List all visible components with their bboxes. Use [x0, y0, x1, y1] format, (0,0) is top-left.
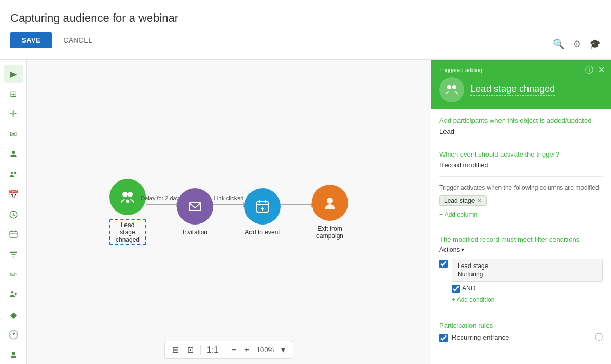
section2-value: Record modified: [439, 161, 603, 169]
svg-rect-4: [10, 231, 17, 237]
toolbar-separator-1: [200, 345, 201, 355]
exit-circle: [312, 185, 348, 221]
svg-point-26: [452, 85, 456, 89]
condition-box[interactable]: Lead stage = Nurturing: [452, 259, 603, 282]
page-title: Capturing audience for a webinar: [10, 11, 601, 25]
workflow-node-exit[interactable]: Exit from campaign: [312, 185, 348, 240]
and-row: AND: [452, 284, 603, 293]
connector-1-line: [146, 204, 177, 205]
canvas-toolbar: ⊟ ⊡ 1:1 − + 100% ▾: [164, 341, 293, 359]
svg-point-13: [12, 352, 15, 355]
left-sidebar: ▶ ⊞ ✛ ✉ 📅 ✏ ◆ 🕐: [0, 60, 27, 364]
actions-label: Actions: [439, 246, 460, 254]
lead-stage-tag-label: Lead stage: [444, 197, 475, 204]
panel-header-info-icon[interactable]: ⓘ: [585, 65, 593, 76]
sidebar-item-contact[interactable]: [4, 145, 23, 163]
sidebar-item-campaign[interactable]: [4, 205, 23, 223]
connector-3-line: [281, 204, 312, 205]
tag-remove-icon[interactable]: ✕: [477, 197, 482, 204]
toolbar-separator-2: [225, 345, 225, 355]
workflow-node-trigger[interactable]: Lead stage chnaged: [109, 179, 146, 245]
sidebar-item-users[interactable]: [4, 286, 23, 304]
actions-dropdown[interactable]: Actions ▾: [439, 246, 464, 254]
sidebar-item-move[interactable]: ✛: [4, 105, 23, 123]
sidebar-item-cursor[interactable]: ▶: [4, 65, 23, 83]
participation-row: Recurring entrance ⓘ: [439, 332, 603, 342]
section1-value: Lead: [439, 128, 603, 135]
add-condition-button[interactable]: + Add condition: [452, 296, 603, 303]
condition-checkbox[interactable]: [439, 260, 448, 268]
split-view-button[interactable]: ⊟: [169, 343, 182, 356]
sidebar-item-email[interactable]: ✉: [4, 125, 23, 143]
panel-body: Add participants when this object is add…: [431, 109, 611, 364]
svg-point-1: [10, 172, 13, 174]
connector-2-label: Link clicked: [214, 195, 244, 201]
svg-point-16: [126, 200, 129, 203]
panel-header-title: Lead stage chnaged: [470, 83, 555, 96]
condition-key: Lead stage: [457, 262, 488, 270]
svg-point-12: [14, 293, 16, 295]
header: Capturing audience for a webinar SAVE CA…: [0, 0, 611, 60]
connector-1-label: Delay for 2 days: [141, 195, 182, 201]
settings-icon[interactable]: ⚙: [573, 38, 581, 50]
svg-point-24: [327, 198, 333, 204]
section3-label: Trigger activates when the following col…: [439, 184, 603, 191]
workflow-node-invitation[interactable]: Invitation: [177, 188, 213, 236]
help-icon[interactable]: 🎓: [589, 38, 601, 50]
workflow: Lead stage chnaged Delay for 2 days Invi…: [109, 179, 348, 245]
sidebar-item-group[interactable]: [4, 165, 23, 184]
ratio-button[interactable]: 1:1: [204, 344, 221, 356]
header-right-icons: 🔍 ⚙ 🎓: [553, 38, 601, 50]
exit-label: Exit from campaign: [312, 225, 348, 240]
right-panel: Triggered adding Lead stage chnaged ⓘ ✕: [431, 60, 611, 364]
actions-row: Actions ▾: [439, 246, 603, 254]
zoom-out-button[interactable]: −: [228, 344, 239, 356]
and-checkbox[interactable]: [452, 285, 460, 293]
recurring-label: Recurring entrance: [452, 333, 509, 341]
connector-2: Link clicked: [213, 204, 244, 205]
save-button[interactable]: SAVE: [10, 32, 52, 48]
section-participation-rules: Participation rules Recurring entrance ⓘ: [439, 321, 603, 349]
sidebar-item-clock[interactable]: 🕐: [4, 326, 23, 344]
panel-header-subtitle: Triggered adding: [439, 67, 603, 73]
add-to-event-label: Add to event: [245, 229, 280, 236]
filter-block: Lead stage = Nurturing AND + Add conditi…: [439, 259, 603, 303]
trigger-label: Lead stage chnaged: [109, 219, 146, 245]
condition-op: =: [491, 262, 495, 270]
connector-1: Delay for 2 days: [146, 204, 177, 205]
panel-header-close-icon[interactable]: ✕: [598, 65, 605, 75]
svg-point-11: [11, 291, 13, 294]
header-actions: SAVE CANCEL: [10, 32, 601, 48]
sidebar-item-selection[interactable]: ⊞: [4, 85, 23, 103]
sidebar-item-schedule[interactable]: [4, 226, 23, 244]
condition-value: Nurturing: [457, 271, 597, 278]
actions-chevron-icon: ▾: [461, 246, 464, 254]
add-to-event-circle: [244, 188, 281, 225]
workflow-node-add-to-event[interactable]: Add to event: [244, 188, 281, 236]
zoom-dropdown-button[interactable]: ▾: [278, 343, 288, 356]
section1-label: Add participants when this object is add…: [439, 117, 603, 124]
cancel-button[interactable]: CANCEL: [58, 32, 98, 48]
sidebar-item-filter[interactable]: [4, 246, 23, 264]
canvas-area: Lead stage chnaged Delay for 2 days Invi…: [27, 60, 431, 364]
panel-header-main: Lead stage chnaged: [439, 77, 603, 102]
invitation-circle: [177, 188, 213, 225]
participation-info-icon[interactable]: ⓘ: [595, 332, 603, 342]
recurring-checkbox[interactable]: [439, 334, 448, 342]
section4-label: The modified record must meet filter con…: [439, 235, 603, 243]
section-event-trigger: Which event should activate the trigger?…: [439, 150, 603, 177]
sidebar-item-calendar[interactable]: 📅: [4, 185, 23, 203]
search-icon[interactable]: 🔍: [553, 38, 564, 50]
invitation-label: Invitation: [183, 229, 207, 236]
zoom-in-button[interactable]: +: [242, 344, 253, 356]
condition-line: Lead stage =: [457, 262, 597, 270]
add-column-button[interactable]: + Add column: [439, 209, 477, 220]
sidebar-item-diamond[interactable]: ◆: [4, 306, 23, 324]
main-layout: ▶ ⊞ ✛ ✉ 📅 ✏ ◆ 🕐: [0, 60, 611, 364]
lead-stage-tag[interactable]: Lead stage ✕: [439, 195, 487, 206]
svg-point-2: [13, 172, 16, 174]
sidebar-item-edit[interactable]: ✏: [4, 265, 23, 284]
fit-view-button[interactable]: ⊡: [184, 343, 197, 356]
sidebar-item-person[interactable]: [4, 346, 23, 364]
svg-point-15: [128, 192, 133, 197]
